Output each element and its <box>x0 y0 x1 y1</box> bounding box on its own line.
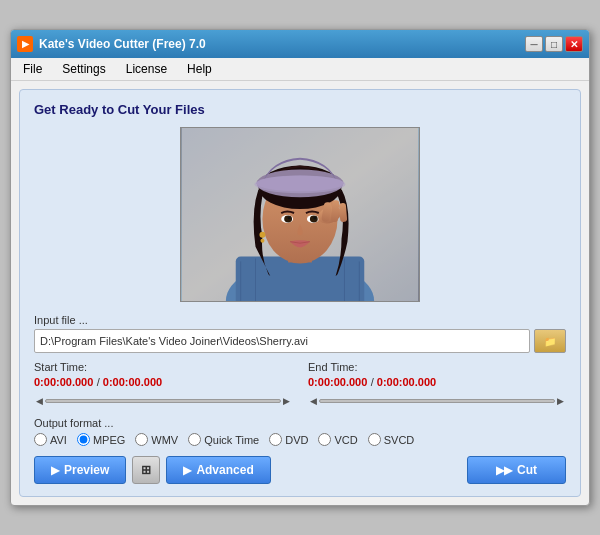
svg-point-13 <box>255 175 346 193</box>
start-time-slider-container: ◀ ▶ <box>34 393 292 409</box>
menu-license[interactable]: License <box>118 60 175 78</box>
close-button[interactable]: ✕ <box>565 36 583 52</box>
time-row: Start Time: 0:00:00.000 / 0:00:00.000 ◀ … <box>34 361 566 409</box>
svg-point-21 <box>260 239 264 243</box>
video-thumbnail <box>180 127 420 302</box>
format-quicktime[interactable]: Quick Time <box>188 433 259 446</box>
start-time-section: Start Time: 0:00:00.000 / 0:00:00.000 ◀ … <box>34 361 292 409</box>
menu-help[interactable]: Help <box>179 60 220 78</box>
format-dvd[interactable]: DVD <box>269 433 308 446</box>
radio-vcd[interactable] <box>318 433 331 446</box>
title-bar-controls: ─ □ ✕ <box>525 36 583 52</box>
advanced-icon: ▶ <box>183 464 191 477</box>
start-time-value2: 0:00:00.000 <box>103 376 162 388</box>
format-avi[interactable]: AVI <box>34 433 67 446</box>
menu-settings[interactable]: Settings <box>54 60 113 78</box>
title-bar-left: ▶ Kate's Video Cutter (Free) 7.0 <box>17 36 206 52</box>
radio-dvd[interactable] <box>269 433 282 446</box>
preview-icon: ▶ <box>51 464 59 477</box>
scene-button[interactable]: ⊞ <box>132 456 160 484</box>
end-slider-right-arrow[interactable]: ▶ <box>555 396 566 406</box>
end-time-slider-container: ◀ ▶ <box>308 393 566 409</box>
scene-icon: ⊞ <box>141 463 151 477</box>
maximize-button[interactable]: □ <box>545 36 563 52</box>
start-time-value1: 0:00:00.000 <box>34 376 93 388</box>
title-bar: ▶ Kate's Video Cutter (Free) 7.0 ─ □ ✕ <box>11 30 589 58</box>
start-slider-right-arrow[interactable]: ▶ <box>281 396 292 406</box>
cut-button[interactable]: ▶▶ Cut <box>467 456 566 484</box>
folder-icon: 📁 <box>544 336 556 347</box>
format-wmv[interactable]: WMV <box>135 433 178 446</box>
start-slider-left-arrow[interactable]: ◀ <box>34 396 45 406</box>
end-time-label: End Time: <box>308 361 566 373</box>
input-file-group: 📁 <box>34 329 566 353</box>
end-slider-left-arrow[interactable]: ◀ <box>308 396 319 406</box>
format-svcd[interactable]: SVCD <box>368 433 415 446</box>
start-time-slider[interactable] <box>45 399 281 403</box>
minimize-button[interactable]: ─ <box>525 36 543 52</box>
main-content: Get Ready to Cut Your Files <box>19 89 581 497</box>
svg-point-18 <box>288 216 291 219</box>
format-vcd[interactable]: VCD <box>318 433 357 446</box>
start-time-label: Start Time: <box>34 361 292 373</box>
menu-bar: File Settings License Help <box>11 58 589 81</box>
window-title: Kate's Video Cutter (Free) 7.0 <box>39 37 206 51</box>
section-title: Get Ready to Cut Your Files <box>34 102 566 117</box>
end-time-value2: 0:00:00.000 <box>377 376 436 388</box>
preview-button[interactable]: ▶ Preview <box>34 456 126 484</box>
format-label: Output format ... <box>34 417 566 429</box>
input-file-label: Input file ... <box>34 314 566 326</box>
format-mpeg[interactable]: MPEG <box>77 433 125 446</box>
app-icon: ▶ <box>17 36 33 52</box>
svg-point-20 <box>259 232 265 238</box>
left-buttons: ▶ Preview ⊞ ▶ Advanced <box>34 456 271 484</box>
end-time-slider[interactable] <box>319 399 555 403</box>
svg-point-19 <box>313 216 316 219</box>
input-file-row: Input file ... 📁 <box>34 314 566 353</box>
browse-button[interactable]: 📁 <box>534 329 566 353</box>
radio-avi[interactable] <box>34 433 47 446</box>
menu-file[interactable]: File <box>15 60 50 78</box>
end-time-value1: 0:00:00.000 <box>308 376 367 388</box>
advanced-button[interactable]: ▶ Advanced <box>166 456 270 484</box>
bottom-buttons: ▶ Preview ⊞ ▶ Advanced ▶▶ Cut <box>34 456 566 484</box>
radio-wmv[interactable] <box>135 433 148 446</box>
format-radio-group: AVI MPEG WMV Quick Time DVD <box>34 433 566 446</box>
cut-icon: ▶▶ <box>496 464 512 477</box>
start-time-values: 0:00:00.000 / 0:00:00.000 <box>34 375 292 389</box>
main-window: ▶ Kate's Video Cutter (Free) 7.0 ─ □ ✕ F… <box>10 29 590 506</box>
video-preview-area <box>34 127 566 302</box>
radio-mpeg[interactable] <box>77 433 90 446</box>
radio-svcd[interactable] <box>368 433 381 446</box>
end-time-values: 0:00:00.000 / 0:00:00.000 <box>308 375 566 389</box>
format-row: Output format ... AVI MPEG WMV Quick Tim… <box>34 417 566 446</box>
end-time-section: End Time: 0:00:00.000 / 0:00:00.000 ◀ ▶ <box>308 361 566 409</box>
file-path-input[interactable] <box>34 329 530 353</box>
radio-quicktime[interactable] <box>188 433 201 446</box>
